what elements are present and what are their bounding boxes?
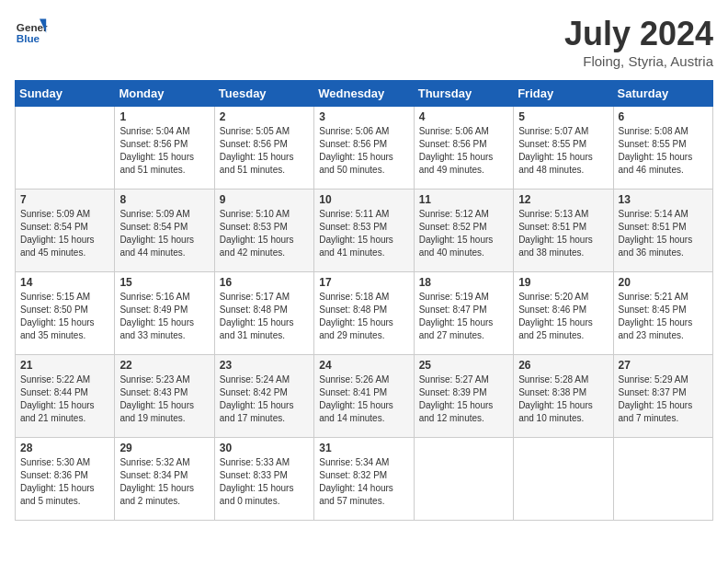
logo-icon: General Blue bbox=[15, 15, 48, 48]
cell-details: Sunrise: 5:23 AMSunset: 8:43 PMDaylight:… bbox=[119, 373, 209, 425]
calendar-cell: 27Sunrise: 5:29 AMSunset: 8:37 PMDayligh… bbox=[613, 355, 712, 438]
day-number: 9 bbox=[220, 193, 309, 206]
day-number: 22 bbox=[119, 359, 209, 372]
calendar-cell: 29Sunrise: 5:32 AMSunset: 8:34 PMDayligh… bbox=[115, 438, 214, 521]
calendar-week-row: 7Sunrise: 5:09 AMSunset: 8:54 PMDaylight… bbox=[16, 190, 713, 272]
day-number: 29 bbox=[119, 442, 209, 454]
cell-details: Sunrise: 5:20 AMSunset: 8:46 PMDaylight:… bbox=[518, 291, 608, 342]
calendar-cell: 2Sunrise: 5:05 AMSunset: 8:56 PMDaylight… bbox=[214, 107, 313, 190]
calendar-cell: 18Sunrise: 5:19 AMSunset: 8:47 PMDayligh… bbox=[414, 272, 513, 355]
calendar-cell: 17Sunrise: 5:18 AMSunset: 8:48 PMDayligh… bbox=[314, 272, 414, 355]
cell-details: Sunrise: 5:30 AMSunset: 8:36 PMDaylight:… bbox=[20, 456, 109, 508]
calendar-cell: 22Sunrise: 5:23 AMSunset: 8:43 PMDayligh… bbox=[115, 355, 214, 438]
cell-details: Sunrise: 5:12 AMSunset: 8:52 PMDaylight:… bbox=[419, 208, 508, 259]
day-number: 6 bbox=[619, 110, 708, 123]
day-number: 3 bbox=[319, 110, 408, 123]
cell-details: Sunrise: 5:05 AMSunset: 8:56 PMDaylight:… bbox=[220, 125, 309, 177]
day-number: 10 bbox=[319, 193, 408, 206]
cell-details: Sunrise: 5:08 AMSunset: 8:55 PMDaylight:… bbox=[619, 125, 708, 177]
day-header-friday: Friday bbox=[514, 81, 613, 107]
calendar-table: SundayMondayTuesdayWednesdayThursdayFrid… bbox=[15, 80, 713, 521]
cell-details: Sunrise: 5:33 AMSunset: 8:33 PMDaylight:… bbox=[220, 456, 309, 508]
cell-details: Sunrise: 5:26 AMSunset: 8:41 PMDaylight:… bbox=[319, 373, 408, 425]
day-number: 7 bbox=[20, 193, 109, 206]
cell-details: Sunrise: 5:19 AMSunset: 8:47 PMDaylight:… bbox=[419, 291, 508, 342]
calendar-week-row: 1Sunrise: 5:04 AMSunset: 8:56 PMDaylight… bbox=[16, 107, 713, 190]
cell-details: Sunrise: 5:14 AMSunset: 8:51 PMDaylight:… bbox=[619, 208, 708, 259]
day-number: 28 bbox=[20, 442, 109, 454]
day-number: 15 bbox=[119, 276, 209, 289]
calendar-cell bbox=[613, 438, 712, 521]
calendar-cell: 1Sunrise: 5:04 AMSunset: 8:56 PMDaylight… bbox=[115, 107, 214, 190]
day-number: 5 bbox=[518, 110, 608, 123]
day-number: 1 bbox=[119, 110, 209, 123]
calendar-cell: 31Sunrise: 5:34 AMSunset: 8:32 PMDayligh… bbox=[314, 438, 414, 521]
day-number: 20 bbox=[619, 276, 708, 289]
day-number: 18 bbox=[419, 276, 508, 289]
cell-details: Sunrise: 5:17 AMSunset: 8:48 PMDaylight:… bbox=[220, 291, 309, 342]
calendar-cell: 5Sunrise: 5:07 AMSunset: 8:55 PMDaylight… bbox=[514, 107, 613, 190]
calendar-cell: 10Sunrise: 5:11 AMSunset: 8:53 PMDayligh… bbox=[314, 190, 414, 272]
day-number: 2 bbox=[220, 110, 309, 123]
cell-details: Sunrise: 5:06 AMSunset: 8:56 PMDaylight:… bbox=[419, 125, 508, 177]
calendar-cell: 13Sunrise: 5:14 AMSunset: 8:51 PMDayligh… bbox=[613, 190, 712, 272]
location: Floing, Styria, Austria bbox=[564, 53, 713, 69]
month-year: July 2024 bbox=[564, 15, 713, 53]
day-header-thursday: Thursday bbox=[414, 81, 513, 107]
calendar-cell bbox=[414, 438, 513, 521]
logo: General Blue bbox=[15, 15, 48, 48]
cell-details: Sunrise: 5:24 AMSunset: 8:42 PMDaylight:… bbox=[220, 373, 309, 425]
calendar-cell: 7Sunrise: 5:09 AMSunset: 8:54 PMDaylight… bbox=[16, 190, 115, 272]
cell-details: Sunrise: 5:10 AMSunset: 8:53 PMDaylight:… bbox=[220, 208, 309, 259]
day-number: 8 bbox=[119, 193, 209, 206]
cell-details: Sunrise: 5:09 AMSunset: 8:54 PMDaylight:… bbox=[119, 208, 209, 259]
cell-details: Sunrise: 5:11 AMSunset: 8:53 PMDaylight:… bbox=[319, 208, 408, 259]
cell-details: Sunrise: 5:28 AMSunset: 8:38 PMDaylight:… bbox=[518, 373, 608, 425]
day-header-sunday: Sunday bbox=[16, 81, 115, 107]
cell-details: Sunrise: 5:21 AMSunset: 8:45 PMDaylight:… bbox=[619, 291, 708, 342]
day-number: 23 bbox=[220, 359, 309, 372]
cell-details: Sunrise: 5:22 AMSunset: 8:44 PMDaylight:… bbox=[20, 373, 109, 425]
cell-details: Sunrise: 5:06 AMSunset: 8:56 PMDaylight:… bbox=[319, 125, 408, 177]
calendar-header-row: SundayMondayTuesdayWednesdayThursdayFrid… bbox=[16, 81, 713, 107]
day-number: 25 bbox=[419, 359, 508, 372]
calendar-cell bbox=[514, 438, 613, 521]
day-number: 11 bbox=[419, 193, 508, 206]
calendar-cell: 20Sunrise: 5:21 AMSunset: 8:45 PMDayligh… bbox=[613, 272, 712, 355]
title-block: July 2024 Floing, Styria, Austria bbox=[564, 15, 713, 69]
calendar-week-row: 21Sunrise: 5:22 AMSunset: 8:44 PMDayligh… bbox=[16, 355, 713, 438]
calendar-cell: 8Sunrise: 5:09 AMSunset: 8:54 PMDaylight… bbox=[115, 190, 214, 272]
day-number: 19 bbox=[518, 276, 608, 289]
cell-details: Sunrise: 5:18 AMSunset: 8:48 PMDaylight:… bbox=[319, 291, 408, 342]
calendar-cell: 24Sunrise: 5:26 AMSunset: 8:41 PMDayligh… bbox=[314, 355, 414, 438]
calendar-body: 1Sunrise: 5:04 AMSunset: 8:56 PMDaylight… bbox=[16, 107, 713, 521]
day-number: 24 bbox=[319, 359, 408, 372]
day-header-tuesday: Tuesday bbox=[214, 81, 313, 107]
day-number: 12 bbox=[518, 193, 608, 206]
calendar-cell: 3Sunrise: 5:06 AMSunset: 8:56 PMDaylight… bbox=[314, 107, 414, 190]
day-header-saturday: Saturday bbox=[613, 81, 712, 107]
day-number: 21 bbox=[20, 359, 109, 372]
cell-details: Sunrise: 5:09 AMSunset: 8:54 PMDaylight:… bbox=[20, 208, 109, 259]
calendar-cell: 9Sunrise: 5:10 AMSunset: 8:53 PMDaylight… bbox=[214, 190, 313, 272]
calendar-cell: 6Sunrise: 5:08 AMSunset: 8:55 PMDaylight… bbox=[613, 107, 712, 190]
calendar-cell: 25Sunrise: 5:27 AMSunset: 8:39 PMDayligh… bbox=[414, 355, 513, 438]
day-number: 13 bbox=[619, 193, 708, 206]
cell-details: Sunrise: 5:34 AMSunset: 8:32 PMDaylight:… bbox=[319, 456, 408, 508]
cell-details: Sunrise: 5:27 AMSunset: 8:39 PMDaylight:… bbox=[419, 373, 508, 425]
cell-details: Sunrise: 5:29 AMSunset: 8:37 PMDaylight:… bbox=[619, 373, 708, 425]
cell-details: Sunrise: 5:07 AMSunset: 8:55 PMDaylight:… bbox=[518, 125, 608, 177]
calendar-cell: 28Sunrise: 5:30 AMSunset: 8:36 PMDayligh… bbox=[16, 438, 115, 521]
calendar-cell: 11Sunrise: 5:12 AMSunset: 8:52 PMDayligh… bbox=[414, 190, 513, 272]
day-number: 31 bbox=[319, 442, 408, 454]
calendar-cell: 4Sunrise: 5:06 AMSunset: 8:56 PMDaylight… bbox=[414, 107, 513, 190]
calendar-cell: 30Sunrise: 5:33 AMSunset: 8:33 PMDayligh… bbox=[214, 438, 313, 521]
day-number: 4 bbox=[419, 110, 508, 123]
calendar-cell bbox=[16, 107, 115, 190]
calendar-cell: 15Sunrise: 5:16 AMSunset: 8:49 PMDayligh… bbox=[115, 272, 214, 355]
cell-details: Sunrise: 5:04 AMSunset: 8:56 PMDaylight:… bbox=[119, 125, 209, 177]
day-header-monday: Monday bbox=[115, 81, 214, 107]
calendar-cell: 21Sunrise: 5:22 AMSunset: 8:44 PMDayligh… bbox=[16, 355, 115, 438]
svg-text:Blue: Blue bbox=[17, 32, 40, 44]
calendar-week-row: 14Sunrise: 5:15 AMSunset: 8:50 PMDayligh… bbox=[16, 272, 713, 355]
